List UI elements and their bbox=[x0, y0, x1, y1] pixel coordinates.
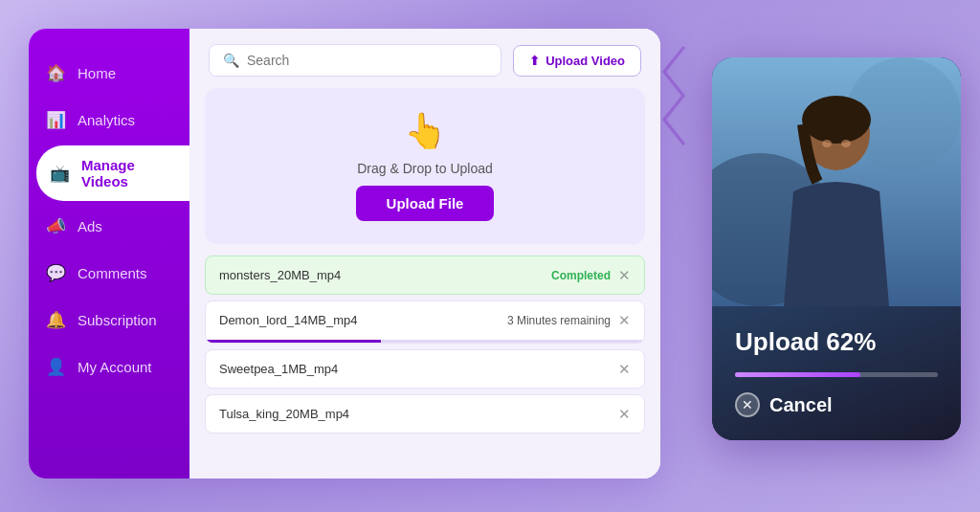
file-name: Tulsa_king_20MB_mp4 bbox=[219, 407, 611, 421]
cancel-icon: ✕ bbox=[735, 392, 760, 417]
upload-percentage-label: Upload 62% bbox=[735, 327, 938, 357]
file-name: Sweetpea_1MB_mp4 bbox=[219, 362, 611, 376]
cancel-label: Cancel bbox=[769, 394, 833, 416]
analytics-icon: 📊 bbox=[46, 110, 66, 130]
cancel-button[interactable]: ✕ Cancel bbox=[735, 392, 938, 417]
file-status-completed: Completed bbox=[551, 269, 611, 282]
search-input[interactable] bbox=[247, 53, 487, 68]
sidebar-item-manage-videos[interactable]: 📺 Manage Videos bbox=[36, 145, 189, 201]
svg-point-4 bbox=[802, 96, 871, 144]
search-icon: 🔍 bbox=[223, 53, 239, 68]
file-name: monsters_20MB_mp4 bbox=[219, 268, 551, 282]
home-icon: 🏠 bbox=[46, 63, 66, 83]
file-close-button[interactable]: ✕ bbox=[618, 313, 631, 327]
comments-icon: 💬 bbox=[46, 263, 66, 283]
upload-icon: ⬆ bbox=[529, 54, 540, 68]
file-item: Demon_lord_14MB_mp4 3 Minutes remaining … bbox=[205, 301, 645, 344]
person-silhouette bbox=[712, 57, 961, 306]
progress-bar-fill bbox=[206, 340, 381, 343]
sidebar-item-label: Comments bbox=[78, 265, 147, 281]
topbar: 🔍 ⬆ Upload Video bbox=[189, 29, 660, 88]
file-item: Tulsa_king_20MB_mp4 ✕ bbox=[205, 394, 645, 434]
file-status-remaining: 3 Minutes remaining bbox=[507, 314, 611, 327]
mobile-progress-fill bbox=[735, 372, 860, 377]
drag-drop-text: Drag & Drop to Upload bbox=[357, 161, 493, 176]
upload-btn-label: Upload Video bbox=[546, 54, 625, 68]
file-item: Sweetpea_1MB_mp4 ✕ bbox=[205, 349, 645, 389]
sidebar: 🏠 Home 📊 Analytics 📺 Manage Videos 📣 Ads… bbox=[29, 29, 189, 479]
svg-point-5 bbox=[822, 140, 832, 147]
upload-drop-area[interactable]: 👆 Drag & Drop to Upload Upload File bbox=[205, 88, 645, 244]
main-card: 🏠 Home 📊 Analytics 📺 Manage Videos 📣 Ads… bbox=[29, 29, 660, 479]
svg-point-6 bbox=[841, 140, 851, 147]
sidebar-item-label: Ads bbox=[78, 218, 102, 234]
sidebar-item-home[interactable]: 🏠 Home bbox=[29, 52, 189, 95]
drag-drop-icon: 👆 bbox=[404, 111, 447, 151]
sidebar-item-subscription[interactable]: 🔔 Subscription bbox=[29, 299, 189, 342]
sidebar-item-my-account[interactable]: 👤 My Account bbox=[29, 345, 189, 389]
mobile-progress-track bbox=[735, 372, 938, 377]
upload-video-button[interactable]: ⬆ Upload Video bbox=[513, 45, 641, 77]
search-box[interactable]: 🔍 bbox=[209, 44, 501, 77]
mobile-upload-overlay: Upload 62% ✕ Cancel bbox=[712, 57, 961, 440]
upload-file-button[interactable]: Upload File bbox=[356, 186, 495, 221]
file-close-button[interactable]: ✕ bbox=[618, 362, 631, 376]
file-item: monsters_20MB_mp4 Completed ✕ bbox=[205, 256, 645, 295]
sidebar-item-label: My Account bbox=[78, 359, 152, 375]
sidebar-item-label: Home bbox=[78, 65, 116, 81]
file-list: monsters_20MB_mp4 Completed ✕ Demon_lord… bbox=[189, 256, 660, 447]
sidebar-item-label: Subscription bbox=[78, 312, 157, 328]
progress-bar-bg bbox=[206, 340, 644, 343]
file-close-button[interactable]: ✕ bbox=[618, 268, 631, 282]
my-account-icon: 👤 bbox=[46, 357, 66, 377]
sidebar-item-ads[interactable]: 📣 Ads bbox=[29, 205, 189, 248]
mobile-bg: Upload 62% ✕ Cancel bbox=[712, 57, 961, 440]
ads-icon: 📣 bbox=[46, 216, 66, 236]
sidebar-item-label: Manage Videos bbox=[81, 157, 172, 189]
file-close-button[interactable]: ✕ bbox=[618, 407, 631, 421]
sidebar-item-comments[interactable]: 💬 Comments bbox=[29, 252, 189, 295]
sidebar-item-label: Analytics bbox=[78, 112, 135, 128]
manage-videos-icon: 📺 bbox=[50, 164, 70, 184]
file-name: Demon_lord_14MB_mp4 bbox=[219, 313, 507, 327]
sidebar-item-analytics[interactable]: 📊 Analytics bbox=[29, 99, 189, 142]
subscription-icon: 🔔 bbox=[46, 310, 66, 330]
main-content: 🔍 ⬆ Upload Video 👆 Drag & Drop to Upload… bbox=[189, 29, 660, 479]
